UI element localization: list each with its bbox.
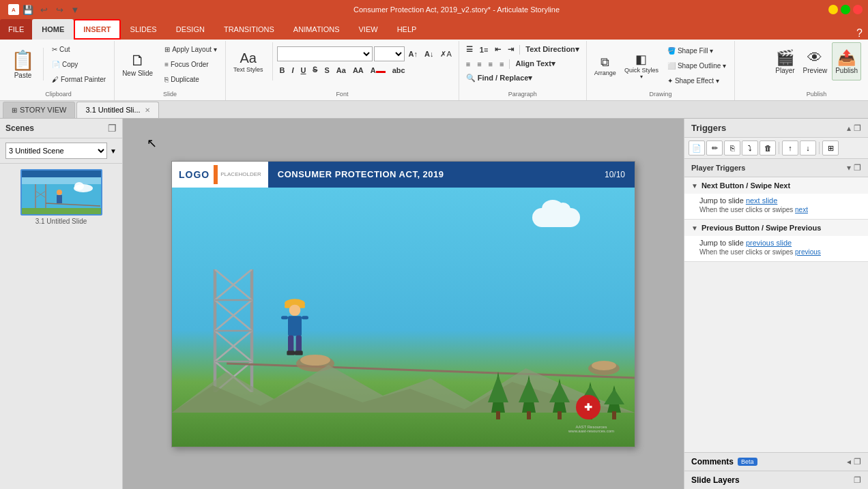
trigger-move-button[interactable]: ⤵ — [742, 140, 758, 155]
new-slide-button[interactable]: 🗋 New Slide — [119, 45, 156, 83]
font-size-select[interactable] — [374, 46, 405, 61]
trigger-copy-button[interactable]: ⎘ — [724, 140, 740, 155]
comments-row: Comments Beta ◂ ❐ — [684, 453, 868, 471]
comments-restore-icon[interactable]: ❐ — [854, 457, 861, 466]
numbering-button[interactable]: 1≡ — [477, 44, 491, 55]
qa-more-button[interactable]: ▼ — [68, 3, 82, 16]
next-swipe-link[interactable]: next — [795, 206, 808, 213]
triggers-restore-icon[interactable]: ❐ — [854, 123, 861, 133]
next-slide-link[interactable]: next slide — [746, 196, 777, 205]
tab-help[interactable]: HELP — [388, 19, 426, 40]
trigger-grid-button[interactable]: ⊞ — [822, 140, 839, 155]
trigger-edit-button[interactable]: ✏ — [706, 140, 723, 155]
undo-button[interactable]: ↩ — [37, 3, 50, 16]
help-icon[interactable]: ? — [856, 27, 863, 40]
prev-trigger-detail: Jump to slide previous slide When the us… — [684, 236, 868, 261]
list-item[interactable]: 3.1 Untitled Slide — [5, 169, 117, 225]
trigger-down-button[interactable]: ↓ — [800, 140, 816, 155]
align-center-button[interactable]: ≡ — [474, 59, 484, 70]
duplicate-button[interactable]: ⎘ Duplicate — [160, 72, 221, 86]
tab-transitions[interactable]: TRANSITIONS — [214, 19, 284, 40]
arrange-button[interactable]: ⧉ Arrange — [591, 48, 620, 83]
tab-animations[interactable]: ANIMATIONS — [284, 19, 349, 40]
copy-button[interactable]: 📄 Copy — [48, 57, 110, 71]
decrease-font-button[interactable]: A↓ — [422, 48, 436, 59]
scene-dropdown[interactable]: 3 Untitled Scene — [5, 143, 107, 159]
italic-button[interactable]: I — [289, 65, 296, 76]
slide-tab-close[interactable]: ✕ — [145, 106, 150, 114]
shadow-button[interactable]: S — [321, 65, 332, 76]
tab-insert[interactable]: INSERT — [74, 19, 120, 40]
tab-file[interactable]: FILE — [0, 19, 32, 40]
strikethrough-button[interactable]: S̶ — [310, 64, 320, 76]
player-triggers-collapse-icon[interactable]: ▾ — [847, 163, 851, 173]
cut-button[interactable]: ✂ Cut — [48, 42, 110, 56]
clipboard-label: Clipboard — [7, 91, 110, 99]
cursor-indicator: ↖ — [147, 136, 157, 151]
underline-button[interactable]: U — [298, 65, 309, 76]
drawing-label: Drawing — [591, 91, 730, 99]
text-direction-button[interactable]: Text Direction▾ — [523, 44, 582, 55]
maximize-button[interactable] — [841, 5, 850, 14]
shape-fill-button[interactable]: 🪣 Shape Fill▾ — [663, 44, 730, 57]
svg-rect-27 — [288, 316, 302, 336]
format-painter-button[interactable]: 🖌 Format Painter — [48, 72, 110, 86]
save-button[interactable]: 💾 — [21, 3, 35, 16]
bullets-button[interactable]: ☰ — [463, 44, 476, 55]
align-right-button[interactable]: ≡ — [486, 59, 495, 70]
player-triggers-restore-icon[interactable]: ❐ — [854, 163, 861, 173]
find-replace-button[interactable]: 🔍 Find / Replace▾ — [463, 72, 536, 84]
font-name-select[interactable] — [277, 46, 373, 61]
tab-view[interactable]: VIEW — [349, 19, 388, 40]
text-styles-button[interactable]: Aa Text Styles — [230, 42, 267, 80]
slide-layers-restore-icon[interactable]: ❐ — [854, 475, 861, 485]
apply-layout-button[interactable]: ⊞ Apply Layout ▾ — [160, 42, 221, 56]
quick-styles-button[interactable]: ◧ Quick Styles ▾ — [621, 48, 662, 83]
shape-outline-button[interactable]: ⬜ Shape Outline▾ — [663, 59, 730, 72]
trigger-new-button[interactable]: 📄 — [689, 140, 705, 155]
text-styles-row: Aa Text Styles A↑ A↓ ✗A B I U S̶ S — [230, 42, 454, 80]
prev-slide-link[interactable]: previous slide — [746, 239, 792, 247]
scene-dropdown-chevron: ▼ — [110, 147, 117, 155]
triggers-collapse-icon[interactable]: ▴ — [847, 123, 851, 133]
scenes-panel-icon[interactable]: ❐ — [108, 123, 117, 134]
increase-font-button[interactable]: A↑ — [406, 48, 420, 59]
trigger-delete-button[interactable]: 🗑 — [760, 140, 776, 155]
preview-button[interactable]: 👁 Preview — [800, 42, 831, 80]
change-case-button[interactable]: AA — [350, 65, 366, 76]
align-left-button[interactable]: ≡ — [463, 59, 473, 70]
minimize-button[interactable] — [828, 5, 838, 14]
slide-edit-tab[interactable]: 3.1 Untitled Sli... ✕ — [76, 102, 158, 118]
tab-slides[interactable]: SLIDES — [121, 19, 167, 40]
slide-canvas[interactable]: LOGO PLACEHOLDER CONSUMER PROTECTION ACT… — [171, 161, 635, 447]
shape-effect-button[interactable]: ✦ Shape Effect▾ — [663, 74, 730, 87]
next-trigger-header[interactable]: ▼ Next Button / Swipe Next — [684, 177, 868, 194]
character-spacing-button[interactable]: Aa — [334, 65, 349, 76]
trigger-up-button[interactable]: ↑ — [782, 140, 798, 155]
story-view-tab[interactable]: ⊞ STORY VIEW — [3, 102, 75, 118]
redo-button[interactable]: ↪ — [53, 3, 66, 16]
publish-button[interactable]: 📤 Publish — [832, 42, 861, 80]
focus-order-button[interactable]: ≡ Focus Order — [160, 57, 221, 71]
highlight-button[interactable]: abc — [390, 65, 408, 76]
decrease-indent-button[interactable]: ⇤ — [492, 44, 504, 55]
prev-trigger-header[interactable]: ▼ Previous Button / Swipe Previous — [684, 220, 868, 236]
bold-button[interactable]: B — [277, 65, 288, 76]
tab-design[interactable]: DESIGN — [167, 19, 214, 40]
font-color-button[interactable]: A — [368, 65, 388, 76]
player-button[interactable]: 🎬 Player — [772, 42, 798, 80]
clear-format-button[interactable]: ✗A — [437, 48, 454, 60]
comments-collapse-icon[interactable]: ◂ — [847, 457, 851, 466]
tab-home[interactable]: HOME — [32, 19, 74, 40]
prev-swipe-link[interactable]: previous — [795, 248, 821, 256]
view-tabs-bar: ⊞ STORY VIEW 3.1 Untitled Sli... ✕ — [0, 101, 868, 119]
close-button[interactable] — [853, 5, 863, 14]
story-view-icon: ⊞ — [12, 106, 17, 114]
align-text-button[interactable]: Align Text▾ — [512, 58, 558, 70]
scenes-header: Scenes ❐ — [0, 119, 122, 138]
paste-button[interactable]: 📋 Paste — [7, 48, 39, 80]
triggers-panel: Triggers ▴ ❐ 📄 ✏ ⎘ ⤵ 🗑 ↑ ↓ ⊞ Player Trig… — [684, 119, 868, 489]
justify-button[interactable]: ≡ — [497, 59, 506, 70]
canvas-area[interactable]: ↖ LOGO PLACEHOLDER CONSUMER PROTECTION A… — [123, 119, 684, 489]
increase-indent-button[interactable]: ⇥ — [505, 44, 517, 55]
